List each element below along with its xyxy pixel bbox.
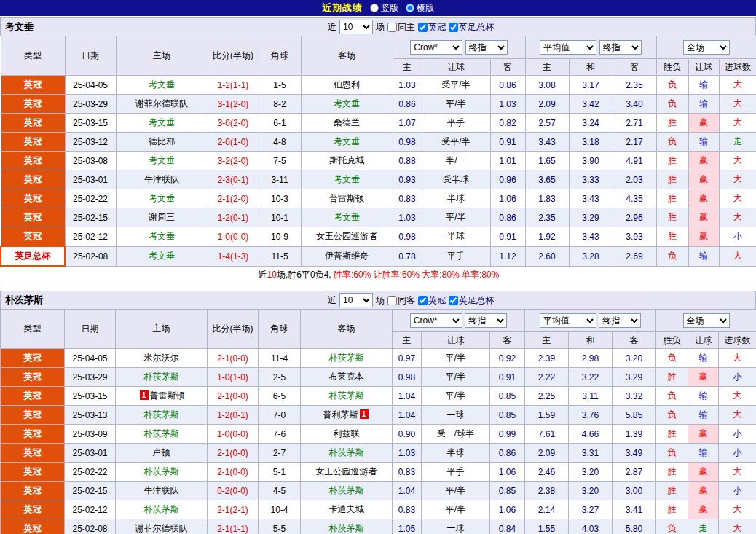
home-team-link[interactable]: 普雷斯顿	[150, 390, 185, 401]
scope-select[interactable]: 全场	[683, 313, 730, 328]
panel-header: 考文垂 近 10 场 同主 英冠 英足总杯	[0, 17, 756, 36]
avg-away-odds: 4.91	[613, 152, 656, 170]
home-team-link[interactable]: 考文垂	[149, 193, 175, 203]
bookmaker-select[interactable]: Crow*	[410, 313, 462, 328]
away-team-link[interactable]: 考文垂	[334, 174, 360, 184]
away-team-link[interactable]: 朴茨茅斯	[329, 390, 364, 401]
avg-source-select[interactable]: 平均值	[540, 313, 596, 328]
league-filter-checkbox[interactable]	[418, 23, 428, 32]
away-team-link[interactable]: 女王公园巡游者	[316, 466, 377, 476]
same-venue-option[interactable]: 同客	[387, 294, 415, 307]
home-team-link[interactable]: 考文垂	[149, 231, 175, 241]
home-team-link[interactable]: 谢菲尔德联队	[135, 98, 188, 109]
home-team-link[interactable]: 考文垂	[149, 251, 175, 261]
away-team-link[interactable]: 伯恩利	[334, 79, 360, 90]
avg-draw-odds: 3.17	[569, 76, 613, 95]
same-venue-checkbox[interactable]	[387, 296, 397, 305]
home-team-link[interactable]: 考文垂	[149, 155, 175, 165]
home-team-link[interactable]: 牛津联队	[144, 174, 179, 184]
score-cell: 1-0(0-0)	[208, 425, 259, 444]
odds-stage-select[interactable]: 终指	[465, 313, 507, 328]
cup-filter-option[interactable]: 英足总杯	[449, 21, 494, 34]
away-team-link[interactable]: 朴茨茅斯	[329, 353, 364, 363]
avg-stage-select[interactable]: 终指	[599, 313, 641, 328]
match-row: 英冠25-02-22考文垂2-1(2-0)10-3普雷斯顿0.83半球1.061…	[1, 189, 756, 208]
away-team-link[interactable]: 普利茅斯	[323, 409, 358, 420]
league-filter-option[interactable]: 英冠	[418, 294, 446, 307]
col-type: 类型	[1, 36, 65, 76]
away-team-cell: 布莱克本	[301, 368, 393, 387]
win-loss-result: 胜	[656, 208, 688, 227]
scope-select[interactable]: 全场	[683, 40, 730, 55]
handicap-result: 输	[688, 444, 719, 463]
away-team-link[interactable]: 利兹联	[334, 428, 360, 439]
cup-filter-checkbox[interactable]	[449, 23, 458, 32]
cup-filter-checkbox[interactable]	[449, 296, 458, 305]
away-team-link[interactable]: 布莱克本	[329, 372, 364, 382]
away-team-link[interactable]: 考文垂	[334, 212, 360, 222]
away-team-link[interactable]: 朴茨茅斯	[329, 523, 364, 533]
home-team-link[interactable]: 朴茨茅斯	[144, 409, 179, 420]
goals-result: 小	[719, 227, 756, 247]
handicap-result: 赢	[688, 425, 719, 444]
same-venue-checkbox[interactable]	[387, 23, 397, 32]
away-team-link[interactable]: 考文垂	[334, 98, 360, 109]
avg-draw-odds: 4.66	[569, 425, 613, 444]
league-filter-option[interactable]: 英冠	[418, 21, 446, 34]
home-team-link[interactable]: 米尔沃尔	[144, 353, 179, 363]
away-team-link[interactable]: 卡迪夫城	[329, 504, 364, 514]
goals-result: 大	[719, 500, 756, 519]
match-count-select[interactable]: 10	[339, 20, 373, 34]
home-team-link[interactable]: 德比郡	[149, 136, 175, 146]
home-team-link[interactable]: 朴茨茅斯	[144, 504, 179, 514]
win-loss-result: 胜	[656, 425, 688, 444]
corner-cell: 7-0	[259, 406, 301, 425]
avg-stage-select[interactable]: 终指	[599, 40, 642, 55]
col-date: 日期	[65, 36, 116, 76]
handicap-line: 半球	[422, 189, 490, 208]
league-filter-checkbox[interactable]	[418, 296, 428, 305]
home-team-link[interactable]: 牛津联队	[144, 485, 179, 495]
vertical-layout-radio[interactable]	[370, 4, 379, 12]
home-odds: 0.90	[393, 425, 422, 444]
away-odds: 0.85	[490, 406, 525, 425]
away-team-cell: 考文垂	[301, 208, 393, 227]
away-team-link[interactable]: 斯托克城	[329, 155, 364, 165]
match-row: 英足总杯25-02-08考文垂1-4(1-3)11-5伊普斯维奇0.78平手1.…	[1, 246, 756, 266]
away-team-link[interactable]: 朴茨茅斯	[329, 447, 364, 458]
home-team-cell: 卢顿	[116, 444, 208, 463]
home-odds: 1.04	[393, 387, 422, 406]
vertical-layout-option[interactable]: 竖版	[370, 2, 398, 15]
away-team-link[interactable]: 女王公园巡游者	[316, 231, 377, 241]
result-group-header: 全场	[656, 310, 756, 332]
home-team-link[interactable]: 朴茨茅斯	[144, 466, 179, 476]
cup-filter-option[interactable]: 英足总杯	[449, 294, 494, 307]
bookmaker-select[interactable]: Crow*	[410, 40, 462, 55]
result-group-header: 全场	[656, 36, 756, 59]
home-team-link[interactable]: 朴茨茅斯	[144, 372, 179, 382]
horizontal-layout-radio[interactable]	[406, 4, 414, 12]
col-type: 类型	[1, 310, 65, 349]
avg-away-odds: 3.40	[613, 95, 656, 114]
horizontal-layout-option[interactable]: 横版	[406, 2, 434, 15]
avg-home-odds: 3.43	[525, 133, 569, 152]
match-count-select[interactable]: 10	[339, 293, 373, 307]
filter-bar: 近 10 场 同客 英冠 英足总杯	[328, 293, 494, 307]
away-team-link[interactable]: 朴茨茅斯	[329, 485, 364, 495]
score-cell: 2-1(2-1)	[208, 500, 259, 519]
home-team-link[interactable]: 考文垂	[149, 79, 175, 90]
away-team-link[interactable]: 桑德兰	[334, 117, 360, 127]
home-team-link[interactable]: 谢菲尔德联队	[135, 523, 188, 533]
home-team-link[interactable]: 谢周三	[149, 212, 175, 222]
away-team-link[interactable]: 伊普斯维奇	[325, 251, 369, 261]
win-loss-result: 胜	[656, 170, 688, 189]
win-loss-result: 胜	[656, 189, 688, 208]
odds-stage-select[interactable]: 终指	[465, 40, 508, 55]
away-team-link[interactable]: 考文垂	[334, 136, 360, 146]
avg-source-select[interactable]: 平均值	[540, 40, 596, 55]
away-team-link[interactable]: 普雷斯顿	[329, 193, 364, 203]
home-team-link[interactable]: 朴茨茅斯	[144, 428, 179, 439]
same-venue-option[interactable]: 同主	[387, 21, 415, 34]
home-team-link[interactable]: 卢顿	[153, 447, 170, 458]
home-team-link[interactable]: 考文垂	[149, 117, 175, 127]
